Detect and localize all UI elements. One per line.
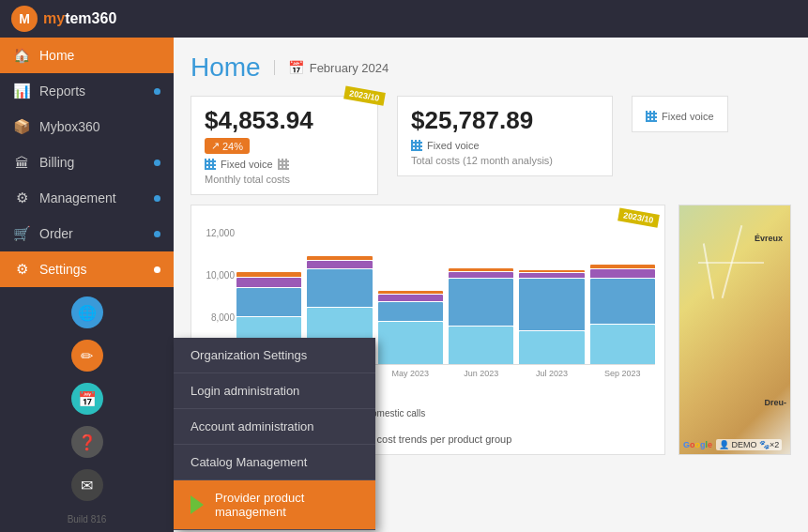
sidebar-item-settings-label: Settings xyxy=(39,262,87,277)
page-title: Home xyxy=(191,53,261,83)
bar-segment-5-2 xyxy=(590,269,655,278)
page-date: 📅 February 2024 xyxy=(274,60,389,75)
arrow-icon xyxy=(191,495,204,514)
reports-dot xyxy=(154,88,160,95)
bar-segment-4-1 xyxy=(519,279,584,330)
bar-segment-4-0 xyxy=(519,331,584,364)
stat-label-2: Total costs (12 month analysis) xyxy=(411,155,599,166)
settings-icon: ⚙ xyxy=(13,261,30,278)
billing-dot xyxy=(154,160,160,166)
bar-segment-3-1 xyxy=(449,279,513,326)
bar-segment-2-3 xyxy=(378,291,443,294)
dropdown-item-provider-product[interactable]: Provider product management xyxy=(174,480,375,530)
bar-segment-0-2 xyxy=(236,278,301,287)
stat-card-3: Fixed voice xyxy=(632,96,728,132)
order-dot xyxy=(154,231,160,237)
home-icon: 🏠 xyxy=(13,47,30,64)
map-city-1: Évreux xyxy=(755,234,783,243)
stat-legend-2: Fixed voice xyxy=(411,140,599,151)
mybox360-icon: 📦 xyxy=(13,118,30,135)
bar-segment-2-1 xyxy=(378,302,443,321)
dropdown-item-org-settings[interactable]: Organization Settings xyxy=(174,338,375,373)
stat-label-1: Monthly total costs xyxy=(205,174,364,185)
logo: M mytem360 xyxy=(11,6,116,32)
y-label-2: 10,000 xyxy=(205,270,235,281)
stat-legend-text-3: Fixed voice xyxy=(662,111,714,122)
bar-segment-0-1 xyxy=(236,288,301,316)
bar-segment-3-2 xyxy=(449,272,513,278)
top-bar: M mytem360 xyxy=(0,0,808,38)
map-bottom: Google 👤 DEMO 🐾×2 xyxy=(683,439,786,450)
dropdown-item-catalog-mgmt[interactable]: Catalog Management xyxy=(174,445,375,480)
help-button[interactable]: ❓ xyxy=(71,426,103,458)
stat-change-value-1: 24% xyxy=(222,141,243,152)
main-layout: 🏠 Home 📊 Reports 📦 Mybox360 🏛 Billing ⚙ … xyxy=(0,38,808,532)
stat-legend-3: Fixed voice xyxy=(646,111,714,122)
y-label-3: 8,000 xyxy=(205,312,235,323)
bar-segment-4-3 xyxy=(519,270,584,272)
map-road-2 xyxy=(703,243,714,298)
sidebar-item-order-label: Order xyxy=(39,226,73,241)
stat-legend-1: Fixed voice xyxy=(205,159,364,170)
bar-segment-2-0 xyxy=(378,322,443,364)
bar-segment-5-0 xyxy=(590,325,655,364)
sidebar-item-order[interactable]: 🛒 Order xyxy=(0,216,174,251)
map-city-2: Dreu- xyxy=(764,398,786,407)
bar-segment-2-2 xyxy=(378,295,443,301)
order-icon: 🛒 xyxy=(13,225,30,242)
dropdown-item-account-admin[interactable]: Account administration xyxy=(174,409,375,445)
bar-segment-3-3 xyxy=(449,268,513,271)
build-label: Build 816 xyxy=(0,510,174,528)
globe-button[interactable]: 🌐 xyxy=(71,296,103,328)
sidebar-item-home[interactable]: 🏠 Home xyxy=(0,38,174,73)
mail-button[interactable]: ✉ xyxy=(71,469,103,501)
edit-button[interactable]: ✏ xyxy=(71,340,103,372)
trend-up-icon: ↗ xyxy=(211,140,220,152)
dropdown-item-login-admin[interactable]: Login administration xyxy=(174,373,375,409)
x-label-5: Sep 2023 xyxy=(590,369,655,378)
dropdown-item-provider-product-label: Provider product management xyxy=(215,491,358,519)
stat-change-1: ↗ 24% xyxy=(205,138,250,154)
logo-text: mytem360 xyxy=(43,10,116,27)
sidebar-item-management[interactable]: ⚙ Management xyxy=(0,180,174,216)
bar-segment-1-1 xyxy=(307,269,372,307)
bar-group-4 xyxy=(519,270,584,364)
legend-grid-icon-1 xyxy=(205,159,216,170)
page-header: Home 📅 February 2024 xyxy=(191,53,791,83)
bar-group-3 xyxy=(449,268,513,364)
bar-segment-5-1 xyxy=(590,279,655,324)
stats-row: 2023/10 $4,853.94 ↗ 24% Fixed voice Mont… xyxy=(191,96,791,195)
sidebar-item-billing-label: Billing xyxy=(39,155,74,170)
x-label-2: May 2023 xyxy=(378,369,443,378)
stat-card-monthly: 2023/10 $4,853.94 ↗ 24% Fixed voice Mont… xyxy=(191,96,378,195)
stat-value-1: $4,853.94 xyxy=(205,106,364,135)
legend-grid-icon-1b xyxy=(278,159,289,170)
sidebar-item-settings[interactable]: ⚙ Settings xyxy=(0,251,174,287)
map-road-3 xyxy=(698,262,764,264)
sidebar-item-mybox360-label: Mybox360 xyxy=(39,119,100,134)
sidebar-item-mybox360[interactable]: 📦 Mybox360 xyxy=(0,109,174,144)
bar-segment-3-0 xyxy=(449,327,513,364)
settings-dot xyxy=(154,266,160,273)
map-card: Évreux Dreu- Google 👤 DEMO 🐾×2 xyxy=(678,205,791,455)
sidebar: 🏠 Home 📊 Reports 📦 Mybox360 🏛 Billing ⚙ … xyxy=(0,38,174,532)
bar-segment-4-2 xyxy=(519,273,584,278)
calendar-button[interactable]: 📅 xyxy=(71,383,103,415)
calendar-icon: 📅 xyxy=(288,60,304,75)
stat-badge-1: 2023/10 xyxy=(344,85,386,105)
bar-segment-1-2 xyxy=(307,261,372,268)
billing-icon: 🏛 xyxy=(13,154,30,171)
bar-segment-1-3 xyxy=(307,256,372,260)
bar-group-5 xyxy=(590,265,655,364)
x-label-4: Jul 2023 xyxy=(519,369,584,378)
stat-legend-text-2: Fixed voice xyxy=(427,140,480,151)
sidebar-item-reports[interactable]: 📊 Reports xyxy=(0,73,174,109)
sidebar-item-billing[interactable]: 🏛 Billing xyxy=(0,144,174,180)
sidebar-item-home-label: Home xyxy=(39,48,74,63)
legend-grid-icon-3 xyxy=(646,111,657,122)
reports-icon: 📊 xyxy=(13,83,30,99)
stat-legend-text-1: Fixed voice xyxy=(221,159,273,170)
bar-segment-5-3 xyxy=(590,265,655,268)
x-label-3: Jun 2023 xyxy=(449,369,513,378)
map-placeholder: Évreux Dreu- Google 👤 DEMO 🐾×2 xyxy=(679,205,790,454)
